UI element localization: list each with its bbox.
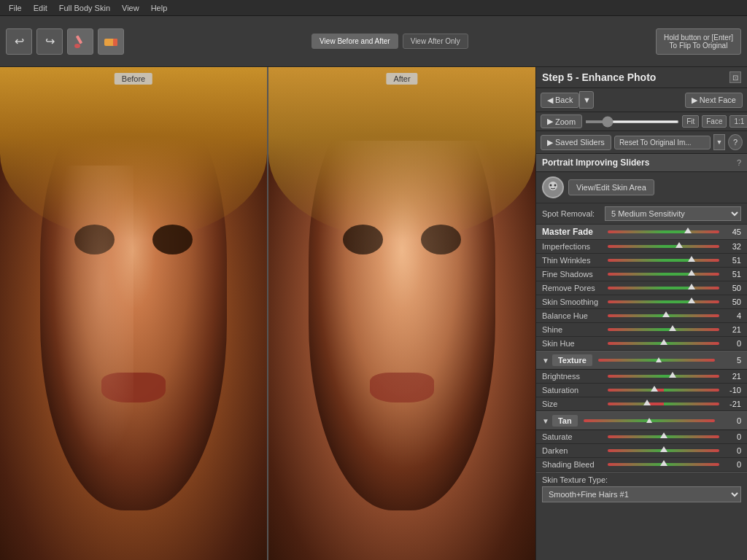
skin-texture-select[interactable]: Smooth+Fine Hairs #1 <box>542 486 741 502</box>
before-image: Before <box>0 67 267 560</box>
saved-sliders-button[interactable]: ▶ Saved Sliders <box>541 135 611 150</box>
zoom-fit-button[interactable]: Fit <box>682 115 699 128</box>
tan-group-value: 0 <box>721 416 741 425</box>
tan-group-track[interactable] <box>584 419 715 423</box>
svg-point-5 <box>547 190 559 196</box>
balance-hue-label: Balance Hue <box>542 311 606 320</box>
undo-button[interactable]: ↩ <box>6 28 32 55</box>
saturate-track[interactable] <box>608 434 719 440</box>
fine-shadows-value: 51 <box>721 270 741 279</box>
remove-pores-row: Remove Pores 50 <box>536 281 747 295</box>
saturation-track[interactable] <box>608 387 719 393</box>
saturate-row: Saturate 0 <box>536 430 747 444</box>
after-label: After <box>386 73 417 85</box>
zoom-button[interactable]: ▶ Zoom <box>541 114 582 128</box>
fine-shadows-row: Fine Shadows 51 <box>536 268 747 281</box>
skin-area-row: View/Edit Skin Area <box>536 172 747 203</box>
saturate-value: 0 <box>721 432 741 441</box>
skin-area-icon <box>542 176 564 198</box>
saved-dropdown[interactable]: ▼ <box>713 134 725 150</box>
balance-hue-value: 4 <box>721 311 741 320</box>
texture-arrow-icon[interactable]: ▼ <box>542 357 549 365</box>
menu-bar: File Edit Full Body Skin View Help <box>0 0 747 16</box>
skin-hue-value: 0 <box>721 339 741 348</box>
size-track[interactable] <box>608 401 719 407</box>
size-value: -21 <box>721 400 741 408</box>
section-help-icon[interactable]: ? <box>737 158 741 167</box>
balance-hue-track[interactable] <box>608 313 719 319</box>
redo-button[interactable]: ↪ <box>36 28 63 55</box>
brightness-track[interactable] <box>608 373 719 379</box>
darken-label: Darken <box>542 446 606 455</box>
thin-wrinkles-label: Thin Wrinkles <box>542 256 606 265</box>
main-content: Before Afte <box>0 67 747 560</box>
view-before-after-button[interactable]: View Before and After <box>311 34 398 49</box>
shading-bleed-label: Shading Bleed <box>542 460 606 469</box>
skin-hue-track[interactable] <box>608 341 719 346</box>
imperfections-track[interactable] <box>608 244 719 249</box>
menu-full-body-skin[interactable]: Full Body Skin <box>53 2 116 14</box>
brightness-label: Brightness <box>542 372 606 381</box>
texture-group-value: 5 <box>721 356 741 365</box>
back-button[interactable]: ◀ Back <box>541 93 579 108</box>
shading-bleed-row: Shading Bleed 0 <box>536 458 747 472</box>
tan-group-header: ▼ Tan 0 <box>536 411 747 430</box>
remove-pores-label: Remove Pores <box>542 284 606 292</box>
remove-pores-value: 50 <box>721 284 741 292</box>
texture-group-track[interactable] <box>598 358 715 362</box>
zoom-slider[interactable] <box>585 120 679 123</box>
back-dropdown[interactable]: ▼ <box>579 91 594 109</box>
remove-pores-track[interactable] <box>608 285 719 291</box>
before-portrait <box>0 67 267 560</box>
step-header: Step 5 - Enhance Photo ⊡ <box>536 67 747 88</box>
skin-smoothing-track[interactable] <box>608 299 719 305</box>
image-area: Before Afte <box>0 67 535 560</box>
next-face-button[interactable]: ▶ Next Face <box>685 93 743 108</box>
view-after-only-button[interactable]: View After Only <box>403 34 468 49</box>
fine-shadows-track[interactable] <box>608 271 719 277</box>
imperfections-row: Imperfections 32 <box>536 240 747 254</box>
tan-group-label: Tan <box>552 415 578 427</box>
reset-to-original-button[interactable]: Reset To Original Im... <box>614 136 711 149</box>
portrait-improving-header: Portrait Improving Sliders ? <box>536 154 747 172</box>
view-edit-skin-area-button[interactable]: View/Edit Skin Area <box>568 179 654 195</box>
menu-help[interactable]: Help <box>145 2 174 14</box>
texture-group-header: ▼ Texture 5 <box>536 351 747 370</box>
menu-edit[interactable]: Edit <box>28 2 53 14</box>
thin-wrinkles-track[interactable] <box>608 257 719 263</box>
master-fade-row: Master Fade 45 <box>536 225 747 240</box>
eraser-tool-button[interactable] <box>98 28 124 55</box>
tan-arrow-icon[interactable]: ▼ <box>542 417 549 425</box>
skin-smoothing-row: Skin Smoothing 50 <box>536 295 747 309</box>
texture-group-label: Texture <box>552 354 592 366</box>
master-fade-track[interactable] <box>608 229 719 235</box>
svg-point-7 <box>550 184 552 187</box>
master-fade-value: 45 <box>721 228 741 236</box>
menu-view[interactable]: View <box>116 2 145 14</box>
spot-removal-select[interactable]: 5 Medium Sensitivity <box>605 206 741 221</box>
after-portrait <box>268 67 535 560</box>
saturate-label: Saturate <box>542 432 606 441</box>
zoom-play-icon: ▶ <box>547 117 553 126</box>
zoom-ratio-button[interactable]: 1:1 <box>729 115 747 128</box>
svg-point-8 <box>554 184 557 187</box>
restore-button[interactable]: ⊡ <box>729 71 741 83</box>
darken-track[interactable] <box>608 448 719 454</box>
skin-smoothing-value: 50 <box>721 298 741 306</box>
right-panel: Step 5 - Enhance Photo ⊡ ◀ Back ▼ ▶ Next… <box>535 67 747 560</box>
section-title: Portrait Improving Sliders <box>542 158 649 168</box>
svg-rect-0 <box>76 35 82 44</box>
thin-wrinkles-row: Thin Wrinkles 51 <box>536 254 747 268</box>
skin-hue-row: Skin Hue 0 <box>536 337 747 351</box>
shine-track[interactable] <box>608 327 719 332</box>
zoom-face-button[interactable]: Face <box>702 115 727 128</box>
menu-file[interactable]: File <box>3 2 28 14</box>
imperfections-label: Imperfections <box>542 242 606 251</box>
brush-tool-button[interactable] <box>67 28 93 55</box>
skin-texture-row: Skin Texture Type: Smooth+Fine Hairs #1 <box>536 472 747 505</box>
flip-line2: To Flip To Original <box>664 42 733 50</box>
flip-to-original-button[interactable]: Hold button or [Enter] To Flip To Origin… <box>656 28 741 55</box>
help-button[interactable]: ? <box>728 134 743 150</box>
face-icon <box>544 179 562 196</box>
shading-bleed-track[interactable] <box>608 462 719 467</box>
